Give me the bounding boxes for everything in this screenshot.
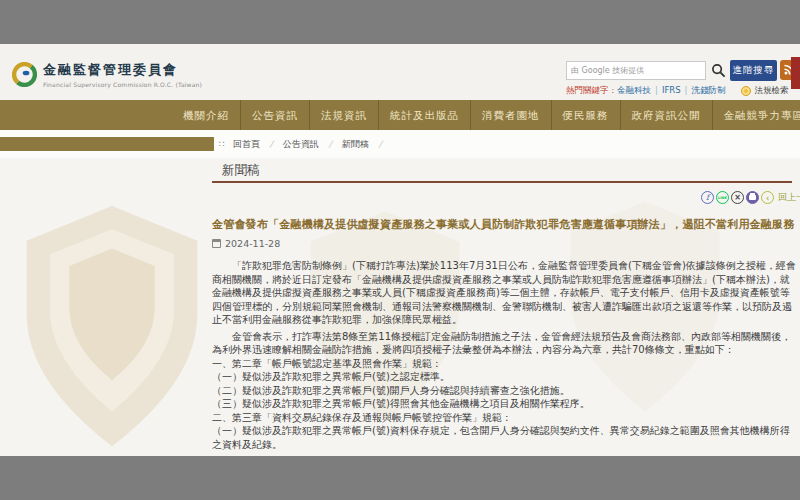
nav-item[interactable]: 金融競爭力專區: [712, 100, 800, 130]
line-share-icon[interactable]: LINE: [716, 191, 729, 204]
site-title-block: 金融監督管理委員會 Financial Supervisory Commissi…: [43, 61, 202, 88]
article-date-row: 2024-11-28: [212, 238, 280, 249]
advanced-search-button[interactable]: 進階搜尋: [730, 60, 777, 81]
back-link[interactable]: 回上一頁: [778, 191, 800, 204]
search-input[interactable]: [567, 62, 705, 79]
facebook-share-icon[interactable]: f: [701, 191, 714, 204]
breadcrumb-items: 回首頁/ 公告資訊/ 新聞稿/: [233, 138, 392, 151]
main-nav: 機關介紹公告資訊法規資訊統計及出版品消費者園地便民服務政府資訊公開金融競爭力專區…: [0, 100, 800, 130]
calendar-icon: [212, 239, 221, 248]
fsc-logo-icon: [12, 62, 37, 87]
breadcrumb-separator: /: [329, 139, 332, 149]
share-row: f LINE × ‹ 回上一頁: [701, 191, 800, 204]
article-point: （一）疑似涉及詐欺犯罪之異常帳戶(號)之認定標準。: [212, 370, 798, 384]
site-title: 金融監督管理委員會: [43, 61, 202, 79]
article-point: 一、第二章「帳戶帳號認定基準及照會作業」規範：: [212, 357, 798, 371]
article-paragraph: 金管會表示，打詐專法第8條至第11條授權訂定金融防制措施之子法，金管會經法規預告…: [212, 330, 798, 357]
nav-item[interactable]: 統計及出版品: [378, 100, 470, 130]
breadcrumb-item: 回首頁/: [233, 138, 283, 151]
breadcrumb-link[interactable]: 新聞稿: [342, 139, 369, 149]
breadcrumb-link[interactable]: 公告資訊: [283, 139, 319, 149]
side-tab[interactable]: [791, 57, 800, 89]
hot-keywords-row: 熱門關鍵字： 金融科技IFRS洗錢防制 法規檢索: [566, 85, 788, 97]
nav-item[interactable]: 政府資訊公開: [620, 100, 712, 130]
hot-keyword-link[interactable]: IFRS: [662, 85, 692, 97]
back-icon[interactable]: ‹: [761, 191, 774, 204]
nav-item[interactable]: 便民服務: [551, 100, 620, 130]
site-logo[interactable]: 金融監督管理委員會 Financial Supervisory Commissi…: [12, 61, 202, 88]
nav-item[interactable]: 機關介紹: [172, 100, 240, 130]
law-search-icon: [741, 86, 751, 96]
watermark-shield: [14, 202, 210, 454]
nav-item[interactable]: 消費者園地: [470, 100, 551, 130]
article-point: （一）疑似涉及詐欺犯罪之異常帳戶(號)資料保存規定，包含開戶人身分確認與契約文件…: [212, 424, 798, 451]
nav-item[interactable]: 公告資訊: [240, 100, 309, 130]
browser-viewport: 金融監督管理委員會 Financial Supervisory Commissi…: [0, 0, 800, 500]
article-point: （二）疑似涉及詐欺犯罪之異常帳戶(號)開戶人身分確認與持續審查之強化措施。: [212, 384, 798, 398]
hot-keyword-link[interactable]: 金融科技: [617, 85, 662, 97]
breadcrumb: ∷ 回首頁/ 公告資訊/ 新聞稿/: [219, 130, 392, 158]
fsc-website: 金融監督管理委員會 Financial Supervisory Commissi…: [0, 44, 800, 456]
search-box: [566, 61, 706, 80]
article-body: 「詐欺犯罪危害防制條例」(下稱打詐專法)業於113年7月31日公布，金融監督管理…: [212, 259, 798, 451]
breadcrumb-item: 新聞稿/: [342, 138, 392, 151]
breadcrumb-grid-icon: ∷: [219, 139, 225, 149]
breadcrumb-item: 公告資訊/: [283, 138, 342, 151]
title-rule: [212, 181, 792, 183]
site-header: 金融監督管理委員會 Financial Supervisory Commissi…: [0, 44, 800, 100]
breadcrumb-gold-strip: [0, 137, 214, 151]
article-points: 一、第二章「帳戶帳號認定基準及照會作業」規範：（一）疑似涉及詐欺犯罪之異常帳戶(…: [212, 357, 798, 452]
breadcrumb-separator: /: [379, 139, 382, 149]
breadcrumb-bar: ∷ 回首頁/ 公告資訊/ 新聞稿/: [0, 130, 800, 158]
breadcrumb-link[interactable]: 回首頁: [233, 139, 260, 149]
site-title-en: Financial Supervisory Commission R.O.C. …: [43, 81, 202, 88]
main-content: 新聞稿 f LINE × ‹ 回上一頁 金管會發布「金融機構及提供虛擬資產服務之…: [0, 158, 800, 456]
article-point: （三）疑似涉及詐欺犯罪之異常帳戶(號)得照會其他金融機構之項目及相關作業程序。: [212, 397, 798, 411]
article-paragraph: 「詐欺犯罪危害防制條例」(下稱打詐專法)業於113年7月31日公布，金融監督管理…: [212, 259, 798, 327]
breadcrumb-separator: /: [270, 139, 273, 149]
nav-item[interactable]: 法規資訊: [309, 100, 378, 130]
article-paragraphs: 「詐欺犯罪危害防制條例」(下稱打詐專法)業於113年7月31日公布，金融監督管理…: [212, 259, 798, 357]
hot-keyword-link[interactable]: 洗錢防制: [691, 85, 725, 97]
hot-keywords-list: 金融科技IFRS洗錢防制: [617, 85, 725, 97]
law-search-label: 法規檢索: [754, 85, 788, 97]
article-date: 2024-11-28: [225, 238, 280, 249]
hot-keywords-label: 熱門關鍵字：: [566, 85, 617, 97]
search-icon[interactable]: [711, 63, 726, 78]
page-title: 新聞稿: [222, 162, 260, 179]
law-search-button[interactable]: 法規檢索: [741, 85, 788, 97]
article-point: 二、第三章「資料交易紀錄保存及通報與帳戶帳號控管作業」規範：: [212, 411, 798, 425]
x-share-icon[interactable]: ×: [731, 191, 744, 204]
printer-glyph: [749, 195, 756, 200]
article-title: 金管會發布「金融機構及提供虛擬資產服務之事業或人員防制詐欺犯罪危害應遵循事項辦法…: [212, 217, 800, 232]
print-icon[interactable]: [746, 191, 759, 204]
